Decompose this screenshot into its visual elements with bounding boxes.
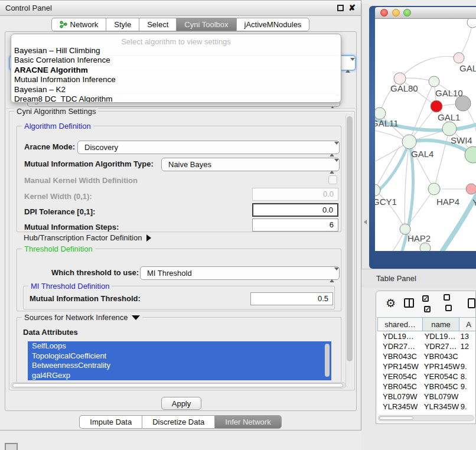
network-tab-icon [60,21,67,28]
apply-label: Apply [172,399,191,408]
table-row[interactable]: YER054C YER054C 8. [377,371,475,381]
select-all-icon[interactable]: ✓✓ [422,292,436,314]
panel-divider[interactable] [361,4,369,269]
attributes-scrollbar-thumb[interactable] [325,344,330,377]
which-threshold-combo[interactable]: MI Threshold [140,266,340,280]
aracne-mode-combo[interactable]: Discovery [77,141,340,154]
network-canvas[interactable]: GAL GAL80 GAL10 GAL1 GAL11 SWI4 GAL4 GCY… [375,19,476,251]
settings-frame-title: Cyni Algorithm Settings [14,107,98,116]
sources-frame: Sources for Network Inference Data Attri… [17,317,341,383]
threshold-definition-title: Threshold Definition [22,244,95,253]
table-panel-header: Table Panel [361,269,476,288]
node-label: GAL [459,63,476,73]
popup-item-aracne[interactable]: ARACNE Algorithm [11,66,341,75]
table-row[interactable]: YLR345W YLR345W 9. [377,402,475,412]
table-hscrollbar-thumb[interactable] [379,416,413,420]
settings-scrollbar[interactable] [345,113,353,388]
table-header-row: shared… name A [377,317,475,331]
table-row[interactable]: YPR145W YPR145W 9. [377,361,475,371]
cell-value: 8. [458,371,475,381]
network-node-SWI4[interactable] [442,122,457,136]
settings-hscrollbar-thumb[interactable] [12,383,343,387]
column-header-name[interactable]: name [422,317,459,331]
network-node-GAL1[interactable] [431,100,442,112]
float-window-icon[interactable] [337,5,344,11]
minimize-traffic-icon[interactable] [392,9,400,17]
table-row[interactable]: YBR045C YBR045C 9. [377,381,475,392]
cell-value: 13 [458,331,475,341]
sources-header[interactable]: Sources for Network Inference [22,313,142,322]
hub-definition-expander[interactable]: Hub/Transcription Factor Definition [24,233,151,242]
mi-algorithm-type-combo[interactable]: Naive Bayes [161,158,340,171]
cell-name: YBR045C [421,381,458,392]
network-node-gal-partial[interactable] [454,53,464,63]
new-table-icon[interactable] [468,298,475,308]
tab-style[interactable]: Style [106,18,139,31]
mi-steps-field[interactable]: 6 [252,219,338,231]
panel-collapse-arrow-icon[interactable] [364,220,367,224]
gear-icon[interactable]: ⚙ [386,296,396,310]
close-icon[interactable]: ✘ [348,3,356,12]
network-node-partial-top[interactable] [467,19,476,28]
dpi-tolerance-label: DPI Tolerance [0,1]: [24,207,95,216]
popup-item-dream8[interactable]: Dream8 DC_TDC Algorithm [11,94,341,103]
table-row[interactable]: YIL052C YIL052C 9 [377,412,475,414]
node-label: GAL11 [375,118,399,128]
popup-item-bayesian-k2[interactable]: Bayesian – K2 [11,85,341,94]
table-row[interactable]: YBL079W YBL079W [377,392,475,402]
table-row[interactable]: YBR043C YBR043C [377,351,475,361]
table-hscrollbar[interactable] [378,415,474,421]
network-window-titlebar[interactable] [375,7,476,19]
mi-threshold-field[interactable]: 0.5 [250,292,333,305]
tab-cyni-toolbox[interactable]: Cyni Toolbox [176,18,236,31]
column-header-shared[interactable]: shared… [377,317,422,331]
tab-network[interactable]: Network [51,18,106,31]
list-item[interactable]: TopologicalCoefficient [28,351,331,361]
sources-title: Sources for Network Inference [24,313,128,322]
tab-label: Infer Network [225,416,270,428]
network-node-GAL80[interactable] [394,73,406,84]
settings-hscrollbar[interactable] [11,382,346,389]
tab-select[interactable]: Select [139,18,176,31]
list-item[interactable]: gal4RGexp [28,371,331,381]
network-node-bottom[interactable] [420,243,431,251]
cell-name: YPR145W [421,361,458,371]
tab-impute-data[interactable]: Impute Data [79,415,142,429]
cell-shared: YBR043C [377,351,421,361]
kernel-width-field[interactable]: 0.0 [252,188,338,201]
table-row[interactable]: YDR27… YDR27… 12 [377,341,475,351]
expand-arrow-icon [146,234,151,242]
list-item[interactable]: BetweennessCentrality [28,361,331,371]
popup-item-bayesian-hill-climbing[interactable]: Bayesian – Hill Climbing [11,46,341,56]
column-header-partial[interactable]: A [459,317,476,331]
tab-infer-network[interactable]: Infer Network [214,415,281,429]
table-row[interactable]: YDL19… YDL19… 13 [377,331,475,341]
cyni-algorithm-settings-frame: Cyni Algorithm Settings Algorithm Defini… [9,111,355,390]
network-node-GAL11[interactable] [375,107,386,119]
network-node-salmon[interactable] [466,184,476,194]
kernel-width-label: Kernel Width (0,1): [24,192,92,201]
list-item[interactable]: SelfLoops [28,341,331,351]
dpi-tolerance-field[interactable]: 0.0 [252,203,338,217]
split-view-icon[interactable] [404,298,414,308]
data-attributes-list[interactable]: SelfLoops TopologicalCoefficient Between… [28,341,331,380]
cell-shared: YDR27… [377,341,422,351]
manual-kernel-checkbox[interactable] [328,175,337,184]
mi-type-label: Mutual Information Algorithm Type: [24,159,154,168]
tab-jactivemnodules[interactable]: jActiveMNodules [236,18,310,31]
tab-discretize-data[interactable]: Discretize Data [142,415,214,429]
combo-stepper-icon [330,143,335,155]
deselect-all-icon[interactable] [444,292,457,314]
network-node-GAL10[interactable] [429,76,439,87]
popup-item-mutual-information[interactable]: Mutual Information Inference [11,75,341,84]
zoom-traffic-icon[interactable] [403,9,411,17]
popup-item-basic-correlation[interactable]: Basic Correlation Inference [11,56,341,65]
apply-button[interactable]: Apply [161,397,201,410]
combo-stepper-icon [345,59,351,71]
node-label: GAL4 [411,149,433,159]
network-node-HAP4[interactable] [428,183,440,195]
manual-kernel-label: Manual Kernel Width Definition [24,176,138,185]
network-node-GAL4[interactable] [402,135,416,149]
settings-scrollbar-thumb[interactable] [347,116,353,361]
close-traffic-icon[interactable] [380,9,388,17]
